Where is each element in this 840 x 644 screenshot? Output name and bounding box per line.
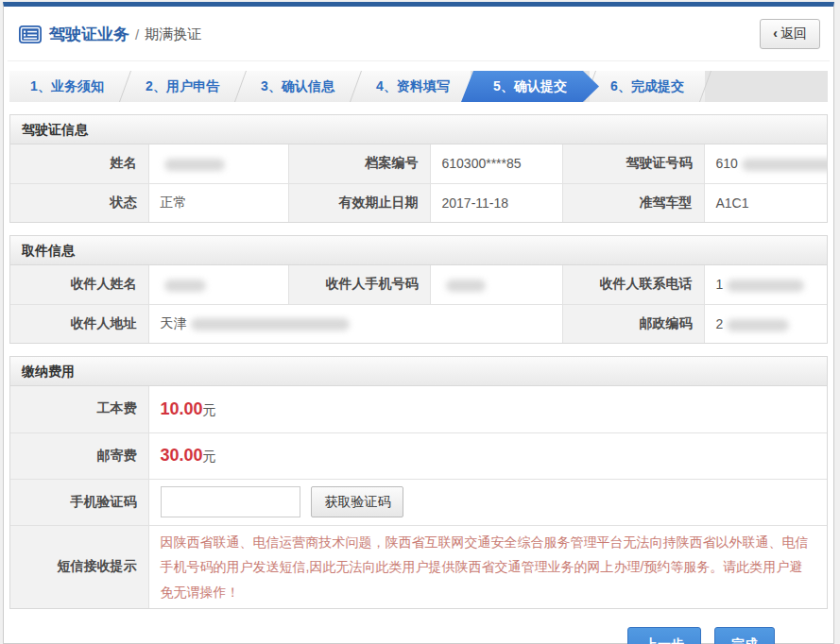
redacted-postcode	[727, 319, 789, 331]
table-row: 收件人地址 天津 邮政编码 2	[10, 304, 827, 343]
sms-notice-cell: 因陕西省联通、电信运营商技术问题，陕西省互联网交通安全综合服务管理平台无法向持陕…	[148, 525, 827, 608]
step-2-user-declaration: 2、用户申告	[125, 71, 240, 102]
mail-fee-amount: 30.00	[161, 446, 203, 465]
tel-prefix: 1	[716, 277, 724, 292]
get-code-button[interactable]: 获取验证码	[311, 486, 403, 517]
table-row: 状态 正常 有效期止日期 2017-11-18 准驾车型 A1C1	[10, 183, 827, 222]
mail-fee-value: 30.00元	[148, 432, 827, 479]
redacted-name	[164, 159, 225, 171]
table-row: 手机验证码 获取验证码	[10, 479, 827, 525]
step-3-confirm-info: 3、确认信息	[240, 71, 355, 102]
sms-code-label: 手机验证码	[10, 479, 148, 525]
license-no-prefix: 610	[716, 156, 738, 171]
table-row: 姓名 档案编号 610300****85 驾驶证号码 610	[10, 144, 827, 183]
table-row: 邮寄费 30.00元	[10, 432, 827, 479]
step-1-business-notice: 1、业务须知	[9, 71, 125, 102]
fees-section-title: 缴纳费用	[10, 357, 827, 386]
work-fee-unit: 元	[203, 402, 216, 417]
status-value: 正常	[148, 183, 288, 222]
step-label: 3、确认信息	[261, 78, 334, 95]
table-row: 短信接收提示 因陕西省联通、电信运营商技术问题，陕西省互联网交通安全综合服务管理…	[10, 525, 827, 608]
previous-step-button[interactable]: 上一步	[627, 627, 701, 644]
chevron-left-icon: ‹	[773, 25, 778, 41]
sms-code-cell: 获取验证码	[148, 479, 827, 525]
recipient-name-label: 收件人姓名	[10, 265, 148, 304]
table-row: 工本费 10.00元	[10, 386, 827, 432]
back-button[interactable]: ‹返回	[760, 19, 820, 49]
expiry-label: 有效期止日期	[288, 183, 430, 222]
step-label: 6、完成提交	[610, 78, 684, 95]
file-no-label: 档案编号	[288, 144, 430, 183]
sms-notice-label: 短信接收提示	[10, 525, 148, 608]
pickup-info-section: 取件信息 收件人姓名 收件人手机号码 收件人联系电话 1 收件人地址 天津 邮政…	[9, 235, 828, 344]
recipient-tel-label: 收件人联系电话	[562, 265, 704, 304]
work-fee-amount: 10.00	[161, 399, 203, 418]
fees-table: 工本费 10.00元 邮寄费 30.00元 手机验证码 获取验证码 短信接收提示…	[10, 386, 827, 608]
address-value: 天津	[148, 304, 562, 343]
pickup-info-table: 收件人姓名 收件人手机号码 收件人联系电话 1 收件人地址 天津 邮政编码 2	[10, 265, 827, 343]
footer-actions: 上一步 完成	[8, 609, 830, 644]
page-header: 驾驶证业务 / 期满换证 ‹返回	[8, 7, 830, 61]
license-section-title: 驾驶证信息	[10, 115, 827, 144]
redacted-mobile	[446, 280, 486, 292]
status-label: 状态	[10, 183, 148, 222]
step-label: 2、用户申告	[146, 78, 219, 95]
fees-section: 缴纳费用 工本费 10.00元 邮寄费 30.00元 手机验证码 获取验证码 短…	[9, 356, 828, 609]
main-panel: 驾驶证业务 / 期满换证 ‹返回 1、业务须知 2、用户申告 3、确认信息 4、…	[3, 2, 834, 644]
license-info-table: 姓名 档案编号 610300****85 驾驶证号码 610 状态 正常 有效期…	[10, 144, 827, 222]
work-fee-label: 工本费	[10, 386, 148, 432]
postcode-prefix: 2	[716, 316, 724, 331]
wizard-tail	[705, 71, 828, 102]
step-5-confirm-submit-active: 5、确认提交	[461, 71, 599, 102]
breadcrumb-current: 期满换证	[145, 25, 201, 43]
license-info-section: 驾驶证信息 姓名 档案编号 610300****85 驾驶证号码 610 状态 …	[9, 114, 828, 223]
expiry-value: 2017-11-18	[430, 183, 562, 222]
recipient-name-value	[148, 265, 288, 304]
back-button-label: 返回	[780, 25, 807, 41]
postcode-label: 邮政编码	[562, 304, 704, 343]
sms-code-input[interactable]	[161, 486, 300, 517]
step-wizard: 1、业务须知 2、用户申告 3、确认信息 4、资料填写 5、确认提交 6、完成提…	[9, 71, 828, 102]
sms-notice-text: 因陕西省联通、电信运营商技术问题，陕西省互联网交通安全综合服务管理平台无法向持陕…	[161, 530, 816, 605]
recipient-mobile-label: 收件人手机号码	[288, 265, 430, 304]
vehicle-label: 准驾车型	[562, 183, 704, 222]
postcode-value: 2	[704, 304, 827, 343]
address-prefix: 天津	[161, 315, 187, 330]
mail-fee-unit: 元	[203, 449, 216, 464]
redacted-recipient-name	[164, 280, 206, 292]
step-label: 5、确认提交	[493, 78, 567, 95]
step-label: 4、资料填写	[376, 78, 450, 95]
recipient-mobile-value	[430, 265, 562, 304]
file-no-value: 610300****85	[430, 144, 562, 183]
license-no-value: 610	[704, 144, 827, 183]
address-label: 收件人地址	[10, 304, 148, 343]
redacted-address	[191, 318, 350, 330]
page-title: 驾驶证业务	[49, 24, 129, 45]
name-label: 姓名	[10, 144, 148, 183]
redacted-tel	[727, 280, 804, 292]
step-6-complete-submit: 6、完成提交	[590, 71, 705, 102]
pickup-section-title: 取件信息	[10, 236, 827, 265]
license-no-label: 驾驶证号码	[562, 144, 704, 183]
finish-button[interactable]: 完成	[714, 627, 775, 644]
breadcrumb-separator: /	[135, 26, 139, 42]
table-row: 收件人姓名 收件人手机号码 收件人联系电话 1	[10, 265, 827, 304]
mail-fee-label: 邮寄费	[10, 432, 148, 479]
redacted-license-no	[742, 159, 827, 171]
form-list-icon	[19, 25, 42, 43]
work-fee-value: 10.00元	[148, 386, 827, 432]
step-4-fill-data: 4、资料填写	[355, 71, 471, 102]
step-label: 1、业务须知	[30, 78, 104, 95]
name-value	[148, 144, 288, 183]
vehicle-value: A1C1	[704, 183, 827, 222]
recipient-tel-value: 1	[704, 265, 827, 304]
